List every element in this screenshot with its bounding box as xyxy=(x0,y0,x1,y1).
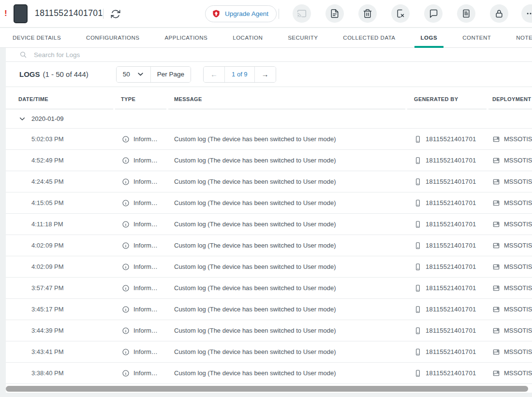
table-row[interactable]: 3:44:39 PM Inform… Custom log (The devic… xyxy=(6,320,532,341)
log-time: 5:02:03 PM xyxy=(31,135,64,143)
page-size-select[interactable]: 50 xyxy=(117,67,150,82)
log-deployment-server: MSSOTISVR xyxy=(504,348,532,355)
tab-content[interactable]: CONTENT xyxy=(450,28,503,47)
info-icon xyxy=(122,221,130,228)
delete-device-button[interactable] xyxy=(358,4,377,23)
upgrade-agent-button[interactable]: Upgrade Agent xyxy=(205,5,277,22)
log-message: Custom log (The device has been switched… xyxy=(174,157,336,164)
wipe-device-button[interactable] xyxy=(391,4,410,23)
table-row[interactable]: 5:02:03 PM Inform… Custom log (The devic… xyxy=(6,129,532,150)
pagination-group: ← 1 of 9 → xyxy=(203,66,276,83)
trash-icon xyxy=(363,9,372,18)
phone-icon xyxy=(414,306,422,313)
info-icon xyxy=(122,306,130,313)
table-row[interactable]: 3:45:17 PM Inform… Custom log (The devic… xyxy=(6,299,532,320)
log-time: 4:24:45 PM xyxy=(31,178,64,185)
log-message: Custom log (The device has been switched… xyxy=(174,199,336,206)
column-header-type[interactable]: TYPE xyxy=(115,87,166,109)
tab-device-details[interactable]: DEVICE DETAILS xyxy=(0,28,74,47)
log-time: 3:38:40 PM xyxy=(31,369,64,377)
logs-range: (1 - 50 of 444) xyxy=(43,70,89,78)
page-indicator[interactable]: 1 of 9 xyxy=(224,67,254,82)
log-message: Custom log (The device has been switched… xyxy=(174,327,336,334)
cast-button[interactable] xyxy=(293,4,311,23)
phone-icon xyxy=(414,369,422,377)
lock-device-button[interactable] xyxy=(490,4,508,23)
server-icon xyxy=(492,284,500,292)
column-header-deployment-server[interactable]: DEPLOYMENT SERVER xyxy=(488,87,532,109)
log-message: Custom log (The device has been switched… xyxy=(174,135,336,143)
log-deployment-server: MSSOTISVR xyxy=(504,157,532,164)
column-header-generated-by[interactable]: GENERATED BY xyxy=(407,87,487,109)
phone-icon xyxy=(414,157,422,164)
log-generated-by: 18115521401701 xyxy=(426,327,476,334)
log-generated-by: 18115521401701 xyxy=(426,199,476,206)
report-button[interactable] xyxy=(325,4,344,23)
horizontal-scrollbar-thumb[interactable] xyxy=(6,386,528,392)
tab-label: COLLECTED DATA xyxy=(343,35,395,41)
log-time: 3:57:47 PM xyxy=(31,284,64,292)
log-type: Inform… xyxy=(133,199,158,206)
date-group-row[interactable]: 2020-01-09 xyxy=(6,109,532,129)
phone-icon xyxy=(414,284,422,292)
log-message: Custom log (The device has been switched… xyxy=(174,284,336,292)
server-icon xyxy=(492,306,500,313)
server-icon xyxy=(492,135,500,143)
log-generated-by: 18115521401701 xyxy=(426,178,476,185)
table-row[interactable]: 4:02:09 PM Inform… Custom log (The devic… xyxy=(6,235,532,256)
search-input[interactable] xyxy=(34,51,305,59)
log-message: Custom log (The device has been switched… xyxy=(174,221,336,228)
log-message: Custom log (The device has been switched… xyxy=(174,242,336,249)
message-device-button[interactable] xyxy=(424,4,443,23)
device-thumbnail xyxy=(14,4,28,23)
tab-collected-data[interactable]: COLLECTED DATA xyxy=(330,28,408,47)
table-row[interactable]: 3:38:40 PM Inform… Custom log (The devic… xyxy=(6,363,532,384)
log-message: Custom log (The device has been switched… xyxy=(174,263,336,270)
log-type: Inform… xyxy=(133,284,158,292)
log-deployment-server: MSSOTISVR xyxy=(504,221,532,228)
log-deployment-server: MSSOTISVR xyxy=(504,284,532,292)
table-row[interactable]: 4:15:05 PM Inform… Custom log (The devic… xyxy=(6,192,532,214)
log-generated-by: 18115521401701 xyxy=(426,263,476,270)
notes-icon xyxy=(461,9,471,18)
tab-location[interactable]: LOCATION xyxy=(220,28,275,47)
next-page-button[interactable]: → xyxy=(254,67,276,82)
log-type: Inform… xyxy=(133,135,158,143)
log-time: 3:43:41 PM xyxy=(31,348,64,355)
page-size-group: 50 Per Page xyxy=(116,66,191,83)
table-row[interactable]: 3:43:41 PM Inform… Custom log (The devic… xyxy=(6,341,532,363)
table-row[interactable]: 4:52:49 PM Inform… Custom log (The devic… xyxy=(6,150,532,171)
tab-applications[interactable]: APPLICATIONS xyxy=(152,28,220,47)
tab-notes[interactable]: NOTES xyxy=(503,28,532,47)
search-icon xyxy=(19,51,27,59)
table-row[interactable]: 4:11:18 PM Inform… Custom log (The devic… xyxy=(6,214,532,235)
log-time: 4:11:18 PM xyxy=(31,221,63,228)
phone-icon xyxy=(414,242,422,250)
refresh-icon xyxy=(110,9,121,19)
log-deployment-server: MSSOTISVR xyxy=(504,178,532,185)
table-row[interactable]: 4:02:09 PM Inform… Custom log (The devic… xyxy=(6,256,532,278)
log-time: 3:45:17 PM xyxy=(31,306,64,313)
log-rows: 5:02:03 PM Inform… Custom log (The devic… xyxy=(6,129,532,384)
per-page-button[interactable]: Per Page xyxy=(150,67,191,82)
tab-logs[interactable]: LOGS xyxy=(408,28,450,47)
tab-label: APPLICATIONS xyxy=(164,35,207,41)
tab-security[interactable]: SECURITY xyxy=(275,28,330,47)
column-header-message[interactable]: MESSAGE xyxy=(168,87,405,109)
log-type: Inform… xyxy=(133,369,158,377)
log-type: Inform… xyxy=(133,263,158,270)
tab-label: DEVICE DETAILS xyxy=(13,35,61,41)
table-row[interactable]: 4:24:45 PM Inform… Custom log (The devic… xyxy=(6,171,532,192)
info-icon xyxy=(122,199,130,207)
tab-configurations[interactable]: CONFIGURATIONS xyxy=(74,28,152,47)
more-actions-button[interactable] xyxy=(521,4,532,23)
logs-toolbar: LOGS (1 - 50 of 444) 50 Per Page ← 1 of … xyxy=(6,62,532,87)
log-time: 4:02:09 PM xyxy=(31,263,64,270)
device-notes-button[interactable] xyxy=(457,4,475,23)
prev-page-button[interactable]: ← xyxy=(204,67,224,82)
log-message: Custom log (The device has been switched… xyxy=(174,369,336,377)
refresh-button[interactable] xyxy=(110,8,122,20)
column-header-datetime[interactable]: DATE/TIME xyxy=(6,87,113,109)
info-icon xyxy=(122,178,130,186)
table-row[interactable]: 3:57:47 PM Inform… Custom log (The devic… xyxy=(6,278,532,299)
